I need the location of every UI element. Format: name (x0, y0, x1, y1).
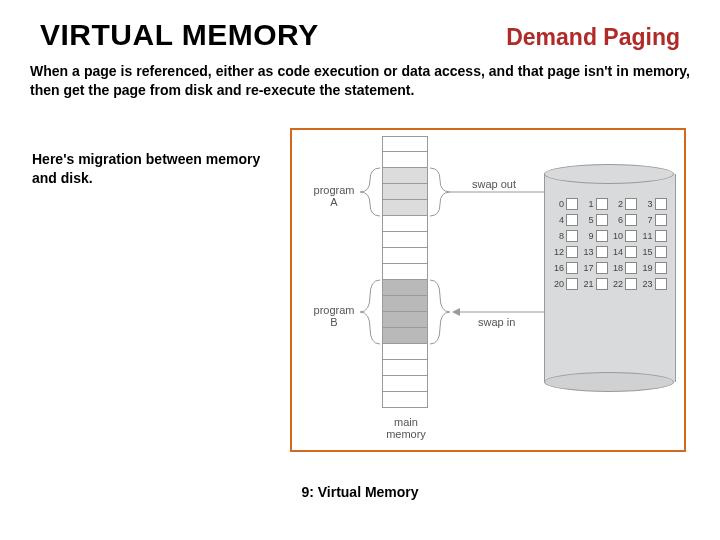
memory-cell-program-a (382, 184, 428, 200)
disk-slot: 9 (582, 230, 610, 242)
disk-slot: 22 (611, 278, 639, 290)
disk-slot: 6 (611, 214, 639, 226)
program-a-label: program A (306, 184, 362, 208)
disk-slot: 11 (641, 230, 669, 242)
disk-slot: 7 (641, 214, 669, 226)
memory-cell-program-b (382, 312, 428, 328)
memory-cell (382, 248, 428, 264)
disk-slot: 16 (552, 262, 580, 274)
memory-cell-program-a (382, 200, 428, 216)
main-memory-column (382, 136, 428, 408)
disk-slot: 10 (611, 230, 639, 242)
disk-slot: 23 (641, 278, 669, 290)
disk-slot: 13 (582, 246, 610, 258)
disk-slot: 14 (611, 246, 639, 258)
disk-slot: 20 (552, 278, 580, 290)
disk-slot: 5 (582, 214, 610, 226)
memory-cell (382, 344, 428, 360)
caption-text: Here's migration between memory and disk… (32, 150, 262, 188)
disk-slot: 3 (641, 198, 669, 210)
slide-subtitle: Demand Paging (506, 24, 680, 51)
memory-cell (382, 392, 428, 408)
disk-slot: 17 (582, 262, 610, 274)
disk-slot: 1 (582, 198, 610, 210)
memory-cell (382, 232, 428, 248)
memory-cell-program-b (382, 280, 428, 296)
disk-slot: 4 (552, 214, 580, 226)
diagram: program A program B main memory swap out… (290, 128, 686, 452)
program-b-label: program B (306, 304, 362, 328)
memory-cell (382, 216, 428, 232)
disk-slot: 18 (611, 262, 639, 274)
memory-cell (382, 264, 428, 280)
slide-title: VIRTUAL MEMORY (40, 18, 319, 52)
memory-cell (382, 376, 428, 392)
memory-cell (382, 136, 428, 152)
memory-cell-program-b (382, 328, 428, 344)
description-text: When a page is referenced, either as cod… (0, 60, 720, 110)
disk-slot: 2 (611, 198, 639, 210)
disk-slot: 21 (582, 278, 610, 290)
svg-marker-1 (452, 308, 460, 316)
memory-cell-program-a (382, 168, 428, 184)
memory-cell (382, 152, 428, 168)
disk-slot: 15 (641, 246, 669, 258)
disk-slot: 19 (641, 262, 669, 274)
slide-footer: 9: Virtual Memory (0, 484, 720, 500)
slide-header: VIRTUAL MEMORY Demand Paging (0, 0, 720, 60)
disk-slot: 12 (552, 246, 580, 258)
swap-in-label: swap in (478, 316, 515, 328)
memory-cell (382, 360, 428, 376)
disk-slot-grid: 01234567891011121314151617181920212223 (552, 198, 668, 290)
memory-cell-program-b (382, 296, 428, 312)
swap-out-label: swap out (472, 178, 516, 190)
disk-slot: 0 (552, 198, 580, 210)
disk-cylinder: 01234567891011121314151617181920212223 (544, 164, 674, 392)
disk-slot: 8 (552, 230, 580, 242)
main-memory-label: main memory (378, 416, 434, 440)
